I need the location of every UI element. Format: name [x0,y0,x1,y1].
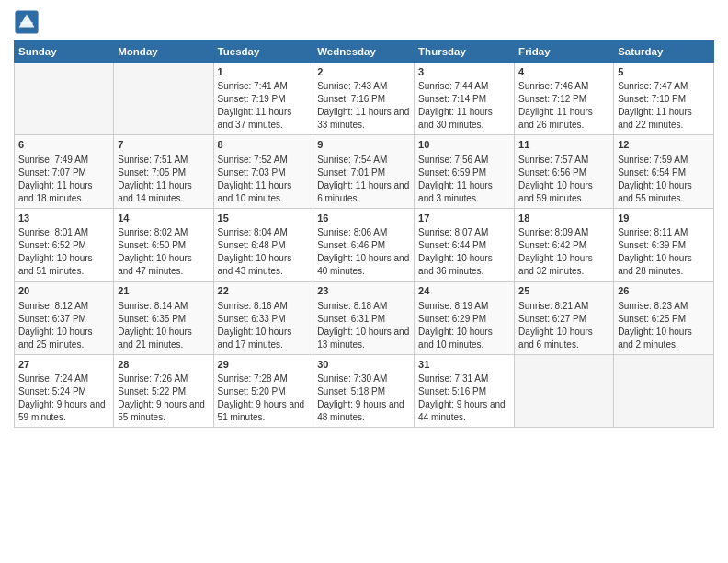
calendar-cell: 18Sunrise: 8:09 AM Sunset: 6:42 PM Dayli… [515,208,614,281]
day-info: Sunrise: 7:59 AM Sunset: 6:54 PM Dayligh… [618,154,710,205]
day-info: Sunrise: 7:41 AM Sunset: 7:19 PM Dayligh… [218,80,310,132]
day-number: 9 [317,138,410,152]
calendar-cell: 1Sunrise: 7:41 AM Sunset: 7:19 PM Daylig… [213,63,313,135]
day-info: Sunrise: 8:02 AM Sunset: 6:50 PM Dayligh… [118,226,209,278]
page: SundayMondayTuesdayWednesdayThursdayFrid… [0,0,728,563]
calendar-cell: 27Sunrise: 7:24 AM Sunset: 5:24 PM Dayli… [15,354,114,427]
calendar-cell: 14Sunrise: 8:02 AM Sunset: 6:50 PM Dayli… [114,208,213,281]
week-row-2: 13Sunrise: 8:01 AM Sunset: 6:52 PM Dayli… [15,208,714,281]
header-cell-wednesday: Wednesday [313,41,415,63]
calendar-cell: 11Sunrise: 7:57 AM Sunset: 6:56 PM Dayli… [515,135,614,208]
calendar-cell [114,63,213,135]
day-number: 14 [118,212,209,225]
calendar-cell: 7Sunrise: 7:51 AM Sunset: 7:05 PM Daylig… [114,135,213,208]
day-number: 8 [218,138,310,152]
day-number: 29 [218,358,310,372]
header-cell-friday: Friday [515,41,614,63]
day-info: Sunrise: 8:01 AM Sunset: 6:52 PM Dayligh… [18,226,109,278]
day-info: Sunrise: 8:16 AM Sunset: 6:33 PM Dayligh… [218,300,310,351]
header-cell-saturday: Saturday [614,41,714,63]
day-info: Sunrise: 7:46 AM Sunset: 7:12 PM Dayligh… [518,80,609,132]
calendar-cell: 4Sunrise: 7:46 AM Sunset: 7:12 PM Daylig… [515,63,614,135]
day-info: Sunrise: 7:43 AM Sunset: 7:16 PM Dayligh… [317,80,410,132]
calendar-cell: 8Sunrise: 7:52 AM Sunset: 7:03 PM Daylig… [213,135,313,208]
day-number: 30 [317,358,410,372]
header [14,9,714,35]
calendar-cell [515,354,614,427]
day-info: Sunrise: 8:21 AM Sunset: 6:27 PM Dayligh… [518,300,609,351]
calendar-cell: 30Sunrise: 7:30 AM Sunset: 5:18 PM Dayli… [313,354,415,427]
calendar-cell: 23Sunrise: 8:18 AM Sunset: 6:31 PM Dayli… [313,282,415,354]
day-info: Sunrise: 8:11 AM Sunset: 6:39 PM Dayligh… [618,226,710,278]
day-info: Sunrise: 8:14 AM Sunset: 6:35 PM Dayligh… [118,300,209,351]
day-info: Sunrise: 8:04 AM Sunset: 6:48 PM Dayligh… [218,226,310,278]
day-number: 25 [518,284,609,298]
day-number: 22 [218,284,310,298]
day-number: 27 [18,358,109,372]
day-number: 3 [418,65,510,79]
calendar-cell: 19Sunrise: 8:11 AM Sunset: 6:39 PM Dayli… [614,208,714,281]
calendar-cell: 12Sunrise: 7:59 AM Sunset: 6:54 PM Dayli… [614,135,714,208]
calendar-table: SundayMondayTuesdayWednesdayThursdayFrid… [14,40,714,428]
day-number: 16 [317,212,410,225]
day-info: Sunrise: 7:28 AM Sunset: 5:20 PM Dayligh… [218,373,310,424]
day-number: 10 [418,138,510,152]
calendar-body: 1Sunrise: 7:41 AM Sunset: 7:19 PM Daylig… [15,63,714,428]
day-number: 1 [218,65,310,79]
day-info: Sunrise: 7:51 AM Sunset: 7:05 PM Dayligh… [118,154,209,205]
day-number: 7 [118,138,209,152]
day-number: 28 [118,358,209,372]
calendar-cell: 3Sunrise: 7:44 AM Sunset: 7:14 PM Daylig… [415,63,515,135]
calendar-cell [614,354,714,427]
calendar-header: SundayMondayTuesdayWednesdayThursdayFrid… [15,41,714,63]
day-number: 5 [618,65,710,79]
week-row-1: 6Sunrise: 7:49 AM Sunset: 7:07 PM Daylig… [15,135,714,208]
day-number: 21 [118,284,209,298]
calendar-cell: 13Sunrise: 8:01 AM Sunset: 6:52 PM Dayli… [15,208,114,281]
day-info: Sunrise: 8:12 AM Sunset: 6:37 PM Dayligh… [18,300,109,351]
day-number: 23 [317,284,410,298]
calendar-cell: 21Sunrise: 8:14 AM Sunset: 6:35 PM Dayli… [114,282,213,354]
day-info: Sunrise: 7:47 AM Sunset: 7:10 PM Dayligh… [618,80,710,132]
day-number: 2 [317,65,410,79]
calendar-cell: 22Sunrise: 8:16 AM Sunset: 6:33 PM Dayli… [213,282,313,354]
day-number: 31 [418,358,510,372]
calendar-cell: 25Sunrise: 8:21 AM Sunset: 6:27 PM Dayli… [515,282,614,354]
day-info: Sunrise: 8:07 AM Sunset: 6:44 PM Dayligh… [418,226,510,278]
week-row-0: 1Sunrise: 7:41 AM Sunset: 7:19 PM Daylig… [15,63,714,135]
day-number: 6 [18,138,109,152]
day-number: 26 [618,284,710,298]
day-number: 20 [18,284,109,298]
day-number: 12 [618,138,710,152]
logo [14,9,43,35]
day-info: Sunrise: 8:19 AM Sunset: 6:29 PM Dayligh… [418,300,510,351]
day-number: 15 [218,212,310,225]
calendar-cell: 9Sunrise: 7:54 AM Sunset: 7:01 PM Daylig… [313,135,415,208]
day-info: Sunrise: 8:18 AM Sunset: 6:31 PM Dayligh… [317,300,410,351]
day-number: 17 [418,212,510,225]
day-info: Sunrise: 8:23 AM Sunset: 6:25 PM Dayligh… [618,300,710,351]
day-info: Sunrise: 8:09 AM Sunset: 6:42 PM Dayligh… [518,226,609,278]
calendar-cell [15,63,114,135]
calendar-cell: 31Sunrise: 7:31 AM Sunset: 5:16 PM Dayli… [415,354,515,427]
day-number: 19 [618,212,710,225]
day-number: 4 [518,65,609,79]
calendar-cell: 16Sunrise: 8:06 AM Sunset: 6:46 PM Dayli… [313,208,415,281]
day-info: Sunrise: 7:44 AM Sunset: 7:14 PM Dayligh… [418,80,510,132]
day-info: Sunrise: 7:54 AM Sunset: 7:01 PM Dayligh… [317,154,410,205]
calendar-cell: 28Sunrise: 7:26 AM Sunset: 5:22 PM Dayli… [114,354,213,427]
calendar-cell: 10Sunrise: 7:56 AM Sunset: 6:59 PM Dayli… [415,135,515,208]
header-cell-sunday: Sunday [15,41,114,63]
day-info: Sunrise: 7:49 AM Sunset: 7:07 PM Dayligh… [18,154,109,205]
day-info: Sunrise: 7:24 AM Sunset: 5:24 PM Dayligh… [18,373,109,424]
calendar-cell: 6Sunrise: 7:49 AM Sunset: 7:07 PM Daylig… [15,135,114,208]
day-info: Sunrise: 8:06 AM Sunset: 6:46 PM Dayligh… [317,226,410,278]
svg-rect-2 [20,22,33,24]
day-info: Sunrise: 7:56 AM Sunset: 6:59 PM Dayligh… [418,154,510,205]
logo-icon [14,9,40,35]
header-cell-monday: Monday [114,41,213,63]
calendar-cell: 26Sunrise: 8:23 AM Sunset: 6:25 PM Dayli… [614,282,714,354]
calendar-cell: 2Sunrise: 7:43 AM Sunset: 7:16 PM Daylig… [313,63,415,135]
header-row: SundayMondayTuesdayWednesdayThursdayFrid… [15,41,714,63]
day-info: Sunrise: 7:26 AM Sunset: 5:22 PM Dayligh… [118,373,209,424]
